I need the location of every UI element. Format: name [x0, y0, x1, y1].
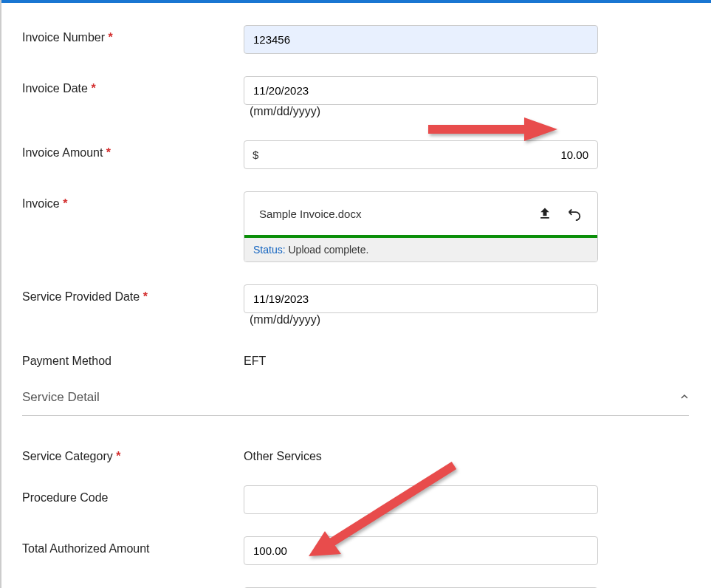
invoice-number-label: Invoice Number: [22, 31, 105, 44]
service-detail-header[interactable]: Service Detail: [22, 390, 689, 416]
date-format-hint: (mm/dd/yyyy): [250, 105, 320, 118]
invoice-file-label: Invoice: [22, 197, 60, 210]
upload-filename: Sample Invoice.docx: [259, 208, 361, 220]
total-authorized-row: Total Authorized Amount: [22, 536, 689, 565]
payment-method-row: Payment Method EFT: [22, 349, 689, 368]
invoice-date-input[interactable]: [244, 76, 598, 105]
invoice-amount-label: Invoice Amount: [22, 146, 103, 159]
required-mark: *: [63, 197, 67, 210]
required-mark: *: [106, 146, 111, 159]
invoice-date-label: Invoice Date: [22, 82, 88, 95]
total-authorized-label: Total Authorized Amount: [22, 542, 150, 555]
invoice-number-row: Invoice Number *: [22, 25, 689, 54]
chevron-up-icon: [680, 391, 689, 404]
required-mark: *: [143, 290, 148, 303]
invoice-amount-row: Invoice Amount * $: [22, 140, 689, 169]
payment-method-value: EFT: [244, 349, 598, 368]
upload-status: Status: Upload complete.: [244, 238, 597, 261]
invoice-amount-input[interactable]: [244, 140, 598, 169]
procedure-code-label: Procedure Code: [22, 491, 109, 504]
required-mark: *: [116, 450, 120, 462]
service-category-row: Service Category * Other Services: [22, 444, 689, 463]
section-title: Service Detail: [22, 390, 100, 405]
left-border: [0, 0, 1, 588]
service-date-label: Service Provided Date: [22, 290, 140, 303]
status-label: Status:: [253, 244, 286, 256]
required-mark: *: [109, 31, 113, 44]
service-date-input[interactable]: [244, 284, 598, 313]
date-format-hint: (mm/dd/yyyy): [250, 313, 320, 327]
service-date-row: Service Provided Date * (mm/dd/yyyy): [22, 284, 689, 327]
undo-icon[interactable]: [566, 205, 583, 222]
total-authorized-input[interactable]: [244, 536, 598, 565]
procedure-code-row: Procedure Code: [22, 485, 689, 514]
upload-icon[interactable]: [537, 205, 553, 222]
invoice-number-input[interactable]: [244, 25, 598, 54]
upload-box: Sample Invoice.docx Status: Upload compl…: [244, 191, 598, 262]
service-category-label: Service Category: [22, 450, 113, 462]
required-mark: *: [91, 82, 95, 95]
invoice-date-row: Invoice Date * (mm/dd/yyyy): [22, 76, 689, 118]
service-category-value: Other Services: [244, 444, 598, 463]
payment-method-label: Payment Method: [22, 355, 111, 367]
status-value: Upload complete.: [288, 244, 368, 256]
procedure-code-input[interactable]: [244, 485, 598, 514]
form-container: Invoice Number * Invoice Date * (mm/dd/y…: [0, 3, 711, 588]
invoice-file-row: Invoice * Sample Invoice.docx: [22, 191, 689, 262]
